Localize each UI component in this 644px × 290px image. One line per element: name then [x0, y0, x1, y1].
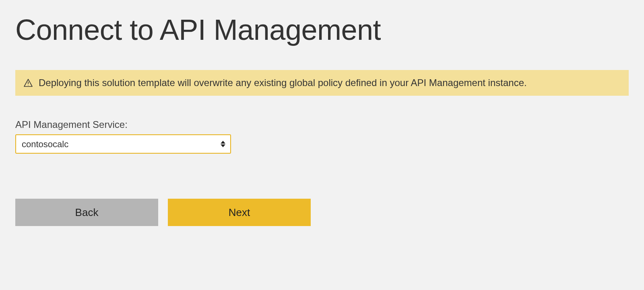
- back-button[interactable]: Back: [15, 199, 158, 226]
- service-select[interactable]: contosocalc: [15, 134, 231, 154]
- next-button[interactable]: Next: [168, 199, 311, 226]
- warning-icon: [23, 78, 33, 88]
- service-label: API Management Service:: [15, 119, 629, 130]
- warning-banner: Deploying this solution template will ov…: [15, 70, 629, 96]
- svg-point-1: [28, 85, 29, 86]
- page-title: Connect to API Management: [15, 14, 629, 46]
- warning-text: Deploying this solution template will ov…: [39, 77, 527, 88]
- button-row: Back Next: [15, 199, 629, 226]
- service-select-wrapper: contosocalc: [15, 134, 231, 154]
